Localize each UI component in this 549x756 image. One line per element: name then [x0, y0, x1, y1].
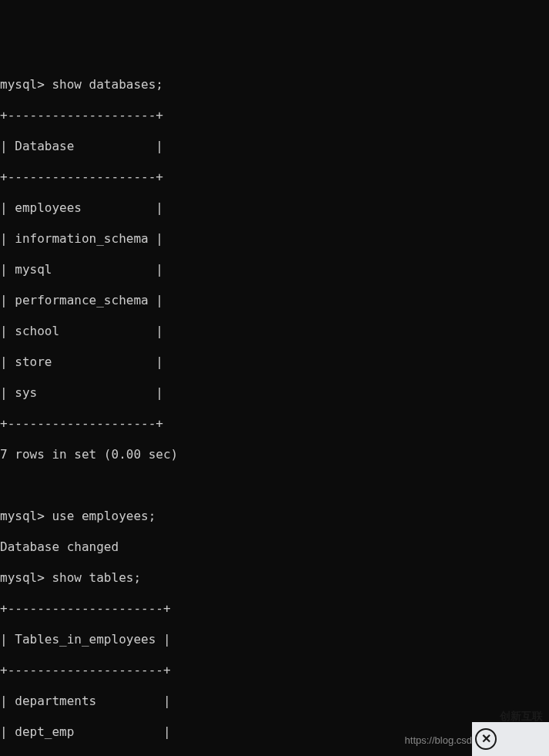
table-border: +--------------------+ [0, 170, 549, 185]
table-border: +---------------------+ [0, 601, 549, 617]
table-header: | Tables_in_employees | [0, 632, 549, 647]
table-row: | employees | [0, 200, 549, 216]
table-row: | information_schema | [0, 231, 549, 247]
prompt-line: mysql> show tables; [0, 570, 549, 586]
status-line: Database changed [0, 539, 549, 555]
logo-badge: ✕ 创新互联 CHUANG XIN HU LIAN [472, 722, 549, 756]
table-row: | mysql | [0, 262, 549, 277]
table-border: +--------------------+ [0, 108, 549, 123]
table-row: | sys | [0, 385, 549, 401]
result-summary: 7 rows in set (0.00 sec) [0, 447, 549, 462]
table-row: | performance_schema | [0, 293, 549, 308]
blank-line [0, 478, 549, 493]
prompt-line: mysql> show databases; [0, 77, 549, 92]
table-row: | school | [0, 324, 549, 339]
watermark-text: https://blog.csd [405, 733, 472, 748]
prompt-line: mysql> use employees; [0, 509, 549, 524]
table-row: | departments | [0, 694, 549, 709]
table-border: +--------------------+ [0, 416, 549, 432]
table-row: | store | [0, 354, 549, 370]
table-header: | Database | [0, 139, 549, 154]
logo-text: 创新互联 [500, 708, 546, 724]
logo-icon: ✕ [475, 728, 497, 750]
terminal-output[interactable]: mysql> show databases; +----------------… [0, 62, 549, 756]
table-border: +---------------------+ [0, 663, 549, 678]
